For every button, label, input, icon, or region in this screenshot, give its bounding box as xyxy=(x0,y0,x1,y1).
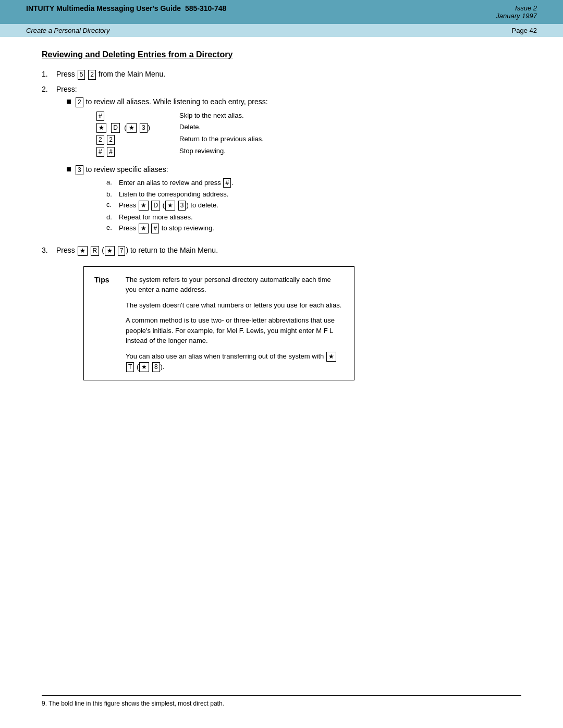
key-hash-a: # xyxy=(223,178,231,188)
footnote: 9. The bold line in this figure shows th… xyxy=(42,695,521,707)
step-2-num: 2. xyxy=(42,85,52,93)
key-3: 3 xyxy=(140,123,148,133)
tips-box: Tips The system refers to your personal … xyxy=(83,266,354,380)
key-3-c: 3 xyxy=(178,201,186,211)
step-3-content: Press ★ R (★ 7) to return to the Main Me… xyxy=(56,246,521,256)
step-2: 2. Press: 2 to review all aliases. While… xyxy=(42,85,521,241)
header-title: INTUITY Multimedia Messaging User's Guid… xyxy=(26,4,226,13)
bullet-item-1: 2 to review all aliases. While listening… xyxy=(67,97,521,161)
key-2b: 2 xyxy=(107,135,115,145)
tips-label-cell: Tips xyxy=(94,275,126,372)
alpha-text-d: Repeat for more aliases. xyxy=(119,213,193,221)
key-row-3-desc: Return to the previous alias. xyxy=(179,135,268,145)
page-wrapper: INTUITY Multimedia Messaging User's Guid… xyxy=(0,0,563,728)
key-hash-1: # xyxy=(96,112,104,121)
key-3-bullet: 3 xyxy=(76,165,83,175)
alpha-label-a: a. xyxy=(106,178,116,188)
key-hash-e: # xyxy=(151,224,159,233)
key-D: D xyxy=(111,123,120,133)
alpha-text-a: Enter an alias to review and press #. xyxy=(119,178,234,188)
alpha-text-e: Press ★ # to stop reviewing. xyxy=(119,224,214,233)
key-star-3step: ★ xyxy=(78,246,88,256)
step-1: 1. Press 5 2 from the Main Menu. xyxy=(42,70,521,80)
key-star-c1: ★ xyxy=(139,201,149,211)
section-title: Reviewing and Deleting Entries from a Di… xyxy=(42,50,521,59)
key-star-2: ★ xyxy=(96,123,106,133)
key-row-2-desc: Delete. xyxy=(179,123,268,133)
issue-text: Issue 2 xyxy=(515,4,537,12)
bullet-2-content: 3 to review specific aliases: a. Enter a… xyxy=(75,165,234,237)
tips-para-4: You can also use an alias when transferr… xyxy=(126,351,344,372)
subheader-bar: Create a Personal Directory Page 42 xyxy=(0,24,563,37)
alpha-label-e: e. xyxy=(106,224,116,233)
tips-label: Tips xyxy=(94,276,109,284)
key-row-1-desc: Skip to the next alias. xyxy=(179,112,268,121)
title-text: INTUITY Multimedia Messaging User's Guid… xyxy=(26,4,181,13)
key-8-tips: 8 xyxy=(152,362,160,372)
key-star-c2: ★ xyxy=(165,201,175,211)
main-content: Reviewing and Deleting Entries from a Di… xyxy=(0,37,563,433)
alpha-label-b: b. xyxy=(106,190,116,198)
key-row-2-key: ★ D (★ 3) xyxy=(96,123,179,133)
steps-list: 1. Press 5 2 from the Main Menu. 2. Pres… xyxy=(42,70,521,256)
alpha-item-c: c. Press ★ D (★ 3) to delete. xyxy=(106,201,234,211)
key-row-3-key: 2 2 xyxy=(96,135,179,145)
bullet-square-2 xyxy=(67,167,71,171)
key-2-bullet: 2 xyxy=(76,97,83,107)
alpha-label-c: c. xyxy=(106,201,116,211)
tips-para-3: A common method is to use two- or three-… xyxy=(126,315,344,346)
bullet-1-content: 2 to review all aliases. While listening… xyxy=(75,97,268,161)
key-row-1-key: # xyxy=(96,112,179,121)
step-1-num: 1. xyxy=(42,70,52,78)
tips-grid: Tips The system refers to your personal … xyxy=(94,275,344,372)
key-7-3step: 7 xyxy=(118,246,126,256)
alpha-text-c: Press ★ D (★ 3) to delete. xyxy=(119,201,218,211)
bullet-list: 2 to review all aliases. While listening… xyxy=(67,97,521,237)
key-hash-2a: # xyxy=(96,147,104,157)
bullet-square-1 xyxy=(67,100,71,104)
tips-para-2: The system doesn't care what numbers or … xyxy=(126,300,344,311)
key-star-tips: ★ xyxy=(326,352,336,362)
alpha-list: a. Enter an alias to review and press #.… xyxy=(106,178,234,233)
key-row-4-key: # # xyxy=(96,147,179,157)
key-2-step1: 2 xyxy=(88,70,96,80)
bullet-item-2: 3 to review specific aliases: a. Enter a… xyxy=(67,165,521,237)
doc-number: 585-310-748 xyxy=(185,4,226,13)
subheader-left: Create a Personal Directory xyxy=(26,27,109,34)
alpha-text-b: Listen to the corresponding address. xyxy=(119,190,228,198)
tips-content-cell: The system refers to your personal direc… xyxy=(126,275,344,372)
alpha-item-b: b. Listen to the corresponding address. xyxy=(106,190,234,198)
key-table: # Skip to the next alias. ★ D (★ 3) Dele… xyxy=(96,112,268,157)
step-3-num: 3. xyxy=(42,246,52,254)
key-T-tips: T xyxy=(126,362,134,372)
tips-para-1: The system refers to your personal direc… xyxy=(126,275,344,295)
key-R-3step: R xyxy=(91,246,100,256)
key-star-e: ★ xyxy=(139,224,149,233)
header-issue: Issue 2 January 1997 xyxy=(496,4,537,20)
key-2a: 2 xyxy=(96,135,104,145)
alpha-item-d: d. Repeat for more aliases. xyxy=(106,213,234,221)
header-bar: INTUITY Multimedia Messaging User's Guid… xyxy=(0,0,563,24)
key-star-3step2: ★ xyxy=(105,246,115,256)
key-5: 5 xyxy=(78,70,85,80)
subheader-right: Page 42 xyxy=(512,27,537,34)
key-D-c: D xyxy=(151,201,160,211)
key-hash-2b: # xyxy=(107,147,115,157)
step-2-content: Press: 2 to review all aliases. While li… xyxy=(56,85,521,241)
alpha-item-a: a. Enter an alias to review and press #. xyxy=(106,178,234,188)
key-star-3: ★ xyxy=(127,123,137,133)
step-1-content: Press 5 2 from the Main Menu. xyxy=(56,70,521,80)
alpha-item-e: e. Press ★ # to stop reviewing. xyxy=(106,224,234,233)
date-text: January 1997 xyxy=(496,12,537,20)
key-row-4-desc: Stop reviewing. xyxy=(179,147,268,157)
key-star-tips2: ★ xyxy=(139,362,149,372)
step-3: 3. Press ★ R (★ 7) to return to the Main… xyxy=(42,246,521,256)
alpha-label-d: d. xyxy=(106,213,116,221)
